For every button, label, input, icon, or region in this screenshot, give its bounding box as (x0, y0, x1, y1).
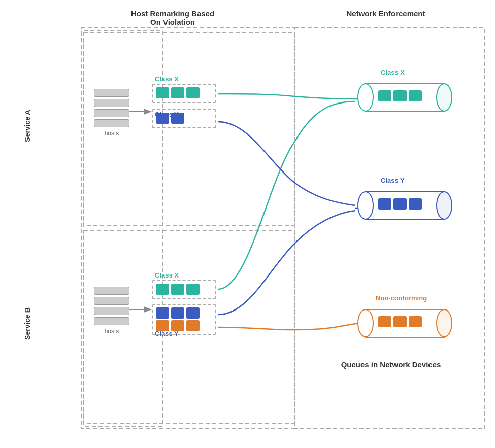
packet-orange-1 (156, 320, 169, 331)
net-pkt-blue-3 (409, 198, 422, 210)
net-pkt-blue-2 (393, 198, 407, 210)
net-pkt-blue-1 (378, 198, 391, 210)
server-rack-6 (94, 297, 129, 305)
server-rack-5 (94, 287, 129, 295)
svg-point-18 (437, 309, 452, 337)
packet-teal-5 (171, 284, 184, 295)
server-rack-2 (94, 99, 129, 107)
network-nonconforming-label: Non-conforming (376, 294, 427, 302)
service-b-class-x-label: Class X (155, 271, 179, 279)
service-a-server (94, 89, 129, 127)
packet-orange-2 (171, 320, 184, 331)
packet-teal-2 (171, 87, 184, 98)
packet-teal-4 (156, 284, 169, 295)
network-class-x-packets (378, 90, 422, 101)
svg-rect-3 (84, 33, 294, 226)
network-class-x-cylinder (355, 79, 457, 121)
svg-point-14 (358, 192, 373, 219)
net-pkt-orange-3 (409, 316, 422, 327)
packet-blue-5 (186, 307, 200, 319)
network-class-y-label: Class Y (381, 177, 405, 184)
packet-blue-4 (171, 307, 184, 319)
network-nonconforming-cylinder (355, 304, 457, 347)
network-class-y-cylinder (355, 187, 457, 229)
net-pkt-orange-2 (393, 316, 407, 327)
host-remarking-label: Host Remarking Based On Violation (117, 9, 228, 26)
network-class-y-packets (378, 198, 422, 210)
net-pkt-teal-1 (378, 90, 391, 101)
server-rack-3 (94, 109, 129, 117)
service-b-class-y-packets-bottom (156, 320, 200, 331)
server-rack-8 (94, 317, 129, 325)
packet-teal-1 (156, 87, 169, 98)
server-rack-4 (94, 119, 129, 127)
service-b-label: Service B (23, 307, 31, 340)
packet-blue-3 (156, 307, 169, 319)
service-b-hosts-label: hosts (94, 328, 129, 335)
svg-point-12 (437, 84, 452, 111)
service-b-server (94, 287, 129, 325)
service-a-class-y-packets (156, 113, 184, 124)
svg-point-17 (358, 309, 373, 337)
net-pkt-teal-2 (393, 90, 407, 101)
service-a-class-x-label: Class X (155, 75, 179, 83)
diagram-container: Host Remarking Based On Violation Networ… (0, 0, 495, 448)
network-nc-packets (378, 316, 422, 327)
service-b-class-y-packets-top (156, 307, 200, 319)
network-enforcement-label: Network Enforcement (335, 9, 437, 18)
packet-blue-1 (156, 113, 169, 124)
service-a-hosts-label: hosts (94, 130, 129, 137)
packet-orange-3 (186, 320, 200, 331)
svg-point-11 (358, 84, 373, 111)
packet-teal-6 (186, 284, 200, 295)
service-a-label: Service A (23, 110, 31, 142)
net-pkt-teal-3 (409, 90, 422, 101)
svg-point-15 (437, 192, 452, 219)
network-class-x-label: Class X (381, 68, 405, 76)
packet-teal-3 (186, 87, 200, 98)
packet-blue-2 (171, 113, 184, 124)
service-a-class-x-packets (156, 87, 200, 98)
queues-label: Queues in Network Devices (335, 360, 447, 369)
service-b-class-x-packets (156, 284, 200, 295)
server-rack-1 (94, 89, 129, 97)
net-pkt-orange-1 (378, 316, 391, 327)
server-rack-7 (94, 307, 129, 315)
